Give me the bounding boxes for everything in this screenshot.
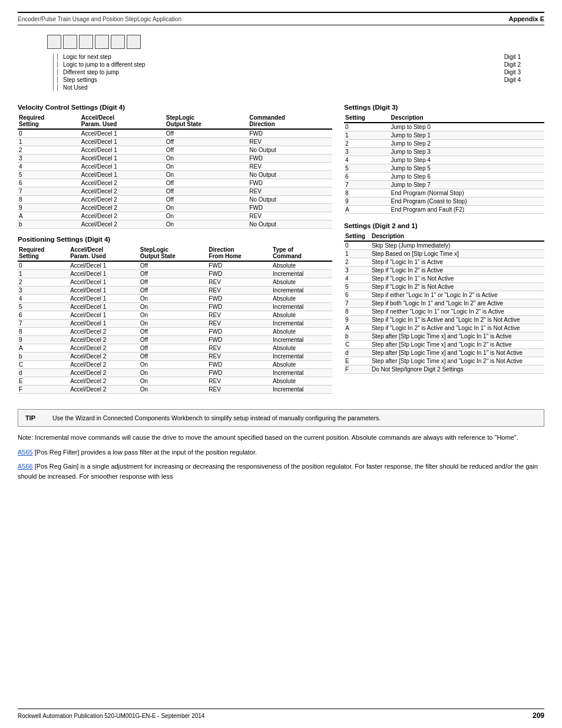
d3-row-2: 2Jump to Step 2 (344, 140, 544, 148)
pos-cell-10-1: Accel/Decel 2 (69, 344, 139, 353)
pos-cell-6-0: 6 (18, 311, 69, 319)
tip-label: TIP (25, 414, 43, 421)
digit-line-2-label: Digit 2 (504, 61, 544, 68)
d21-row-2: 2Step if "Logic In 1" is Active (344, 258, 544, 266)
d3-cell-7-1: Jump to Step 7 (390, 181, 544, 189)
digit-line-2: Logic to jump to a different step Digit … (58, 61, 544, 68)
d3-cell-5-0: 5 (344, 164, 390, 173)
vel-th-3: CommandedDirection (248, 113, 332, 129)
velocity-table-header-row: RequiredSetting Accel/DecelParam. Used S… (18, 113, 332, 129)
vel-cell-10-2: On (165, 212, 249, 220)
d21-cell-11-1: Step after [Stp Logic Time x] and "Logic… (371, 332, 544, 341)
pos-cell-9-4: Incremental (272, 336, 332, 344)
d21-row-7: 7Step if both "Logic In 1" and "Logic In… (344, 299, 544, 308)
pos-cell-6-4: Absolute (272, 311, 332, 319)
vel-cell-11-2: On (165, 220, 249, 229)
pos-cell-1-0: 1 (18, 270, 69, 278)
digit-line-1-label: Digit 1 (504, 54, 544, 60)
pos-cell-0-2: Off (139, 261, 208, 270)
pos-cell-6-1: Accel/Decel 1 (69, 311, 139, 319)
vel-cell-8-1: Accel/Decel 2 (80, 196, 165, 204)
digit2and1-table: Setting Description 0Skip Step (Jump Imm… (344, 232, 544, 374)
a565-link[interactable]: A565 (18, 449, 33, 456)
vel-cell-9-3: FWD (248, 204, 332, 212)
pos-cell-15-3: REV (207, 386, 272, 394)
digit-box-2 (63, 35, 77, 49)
d3-row-6: 6Jump to Step 6 (344, 173, 544, 181)
pos-cell-9-1: Accel/Decel 2 (69, 336, 139, 344)
page-footer: Rockwell Automation Publication 520-UM00… (18, 709, 544, 720)
pos-cell-11-0: b (18, 353, 69, 361)
d3-row-9: 9End Program (Coast to Stop) (344, 197, 544, 206)
d21-cell-14-1: Step after [Stp Logic Time x] and "Logic… (371, 357, 544, 365)
pos-cell-13-0: d (18, 369, 69, 377)
d21-row-15: FDo Not Step/Ignore Digit 2 Settings (344, 365, 544, 374)
vel-cell-5-1: Accel/Decel 1 (80, 171, 165, 179)
pos-cell-5-2: On (139, 303, 208, 311)
d21-th-1: Description (371, 232, 544, 241)
digit-box-4 (95, 35, 109, 49)
pos-cell-10-0: A (18, 344, 69, 353)
digit-line-1-desc: Logic for next step (58, 54, 176, 60)
vel-cell-0-1: Accel/Decel 1 (80, 129, 165, 138)
d21-cell-12-0: C (344, 341, 371, 349)
pos-cell-1-1: Accel/Decel 1 (69, 270, 139, 278)
vel-th-2: StepLogicOutput State (165, 113, 249, 129)
vel-cell-4-1: Accel/Decel 1 (80, 163, 165, 171)
digit2and1-container: Settings (Digit 2 and 1) Setting Descrip… (344, 222, 544, 374)
vel-row-8: 8Accel/Decel 2OffNo Output (18, 196, 332, 204)
pos-cell-6-3: REV (207, 311, 272, 319)
vel-cell-3-3: FWD (248, 154, 332, 163)
vel-cell-4-2: On (165, 163, 249, 171)
pos-th-2: StepLogicOutput State (139, 245, 208, 261)
a566-link[interactable]: A566 (18, 463, 33, 470)
positioning-section-title: Positioning Settings (Digit 4) (18, 236, 332, 243)
digit-line-4-desc: Step settings (58, 77, 176, 83)
d21-cell-2-1: Step if "Logic In 1" is Active (371, 258, 544, 266)
pos-cell-8-4: Absolute (272, 328, 332, 336)
pos-row-3: 3Accel/Decel 1OffREVIncremental (18, 286, 332, 295)
vel-cell-8-0: 8 (18, 196, 80, 204)
d3-cell-5-1: Jump to Step 5 (390, 164, 544, 173)
vel-row-1: 1Accel/Decel 1OffREV (18, 138, 332, 146)
vel-cell-0-0: 0 (18, 129, 80, 138)
digit2and1-tbody: 0Skip Step (Jump Immediately)1Step Based… (344, 241, 544, 374)
d21-row-0: 0Skip Step (Jump Immediately) (344, 241, 544, 250)
pos-cell-1-4: Incremental (272, 270, 332, 278)
d21-cell-11-0: b (344, 332, 371, 341)
body-text-1: Note: Incremental move commands will cau… (18, 433, 544, 443)
pos-cell-8-2: Off (139, 328, 208, 336)
d21-cell-12-1: Step after [Stp Logic Time x] and "Logic… (371, 341, 544, 349)
digit-line-4-label: Digit 4 (504, 77, 544, 83)
digit3-tbody: 0Jump to Step 01Jump to Step 12Jump to S… (344, 123, 544, 214)
pos-cell-12-0: C (18, 361, 69, 369)
pos-cell-13-3: FWD (207, 369, 272, 377)
d21-row-9: 9Step if "Logic In 1" is Active and "Log… (344, 316, 544, 324)
d21-cell-15-0: F (344, 365, 371, 374)
pos-cell-2-1: Accel/Decel 1 (69, 278, 139, 286)
digit3-table: Setting Description 0Jump to Step 01Jump… (344, 113, 544, 214)
vel-cell-4-3: REV (248, 163, 332, 171)
pos-cell-2-0: 2 (18, 278, 69, 286)
pos-row-4: 4Accel/Decel 1OnFWDAbsolute (18, 295, 332, 303)
vel-cell-9-1: Accel/Decel 2 (80, 204, 165, 212)
pos-cell-9-2: Off (139, 336, 208, 344)
vel-cell-6-0: 6 (18, 179, 80, 187)
d21-cell-3-0: 3 (344, 266, 371, 275)
vel-cell-3-2: On (165, 154, 249, 163)
d21-row-10: AStep if "Logic In 2" is Active and "Log… (344, 324, 544, 332)
vel-cell-2-2: Off (165, 146, 249, 154)
d3-cell-3-0: 3 (344, 148, 390, 156)
pos-cell-13-2: On (139, 369, 208, 377)
digit3-header-row: Setting Description (344, 113, 544, 123)
pos-cell-4-1: Accel/Decel 1 (69, 295, 139, 303)
d3-cell-6-1: Jump to Step 6 (390, 173, 544, 181)
pos-cell-10-4: Absolute (272, 344, 332, 353)
digit-box-3 (79, 35, 93, 49)
pos-cell-14-3: REV (207, 377, 272, 386)
header-left: Encoder/Pulse Train Usage and Position S… (18, 16, 181, 22)
d21-row-11: bStep after [Stp Logic Time x] and "Logi… (344, 332, 544, 341)
pos-cell-8-3: FWD (207, 328, 272, 336)
vel-cell-8-3: No Output (248, 196, 332, 204)
vel-cell-7-1: Accel/Decel 2 (80, 187, 165, 196)
